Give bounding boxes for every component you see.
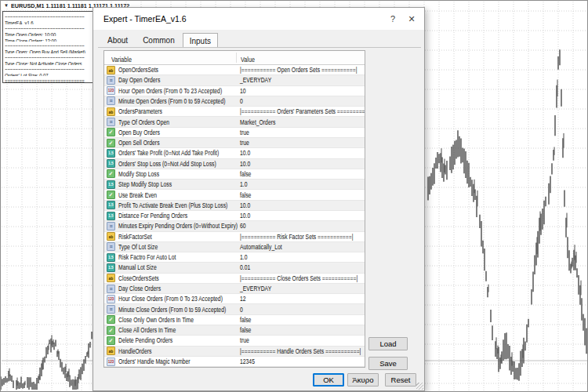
table-row[interactable]: ✓Open Buy Orderstrue (104, 128, 365, 138)
bool-type-icon: ✓ (107, 315, 115, 324)
enum-type-icon: ≡ (107, 305, 115, 314)
param-value[interactable]: |=========== Risk Factor Sets ==========… (240, 233, 354, 241)
table-row[interactable]: ✓Modify Stop Lossfalse (104, 169, 365, 180)
tab-inputs[interactable]: Inputs (183, 33, 218, 48)
param-name: Close Only Own Orders In Time (118, 316, 194, 324)
table-row[interactable]: 1.5Orders' Take Profit (0=Not Add Take P… (104, 148, 365, 158)
table-row[interactable]: 1.5Distance For Pending Orders10.0 (104, 211, 365, 221)
table-row[interactable]: ✓Use Break Evenfalse (104, 190, 365, 200)
param-value[interactable]: 1.0 (240, 253, 247, 261)
param-value[interactable]: 12 (240, 295, 246, 303)
table-row[interactable]: 1.5Step Modify Stop Loss1.0 (104, 180, 365, 190)
param-value[interactable]: _EVERYDAY (240, 285, 271, 292)
table-row[interactable]: ≡Day Open Orders_EVERYDAY (104, 75, 365, 85)
param-name: Modify Stop Loss (118, 170, 159, 178)
table-row[interactable]: abOrdersParameters|=========== Orders' P… (104, 107, 365, 117)
table-row[interactable]: ✓Open Sell Orderstrue (104, 138, 365, 148)
param-value[interactable]: Market_Orders (240, 118, 275, 126)
param-value[interactable]: 10.0 (240, 201, 250, 209)
column-header-variable: Variable (111, 56, 132, 64)
bool-type-icon: ✓ (107, 336, 115, 345)
reset-button[interactable]: Reset (385, 373, 416, 387)
inputs-table: Variable Value abOpenOrdersSets|========… (103, 50, 365, 368)
param-value[interactable]: false (240, 191, 251, 199)
param-value[interactable]: true (240, 139, 249, 147)
comment-line: ============================== (5, 76, 91, 82)
ok-button[interactable]: OK (313, 373, 344, 387)
int-type-icon: 123 (107, 358, 115, 366)
comment-line: Orders' Lot Size: 0.07 (5, 71, 91, 76)
param-name: Use Break Even (118, 191, 157, 199)
table-row[interactable]: 123Orders' Handle Magic Number12345 (104, 357, 365, 367)
table-row[interactable]: 123Hour Open Orders (From 0 To 23 Accept… (104, 86, 365, 96)
param-name: Risk Factro For Auto Lot (118, 253, 176, 261)
tab-about[interactable]: About (100, 33, 135, 47)
comment-line: Type Close: Not Activate Close Orders (5, 59, 91, 64)
cancel-button[interactable]: Άκυρο (347, 373, 379, 387)
table-row[interactable]: 1.5Profit To Activate Break Even (Plus S… (104, 201, 365, 211)
save-button[interactable]: Save (368, 357, 408, 370)
table-row[interactable]: ≡Day Close Orders_EVERYDAY (104, 284, 365, 294)
param-value[interactable]: _EVERYDAY (240, 76, 271, 84)
param-value[interactable]: 1.0 (240, 180, 247, 188)
resize-grip-icon[interactable] (416, 383, 423, 390)
help-icon[interactable]: ? (387, 13, 399, 25)
param-value[interactable]: 0 (240, 97, 243, 105)
param-value[interactable]: false (240, 170, 251, 178)
param-value[interactable]: |=========== Handle Orders Sets ========… (240, 347, 361, 355)
param-name: Type Of Orders Open (118, 118, 169, 126)
param-name: Type Of Lot Size (118, 243, 158, 251)
param-value[interactable]: |=========== Open Orders Sets ==========… (240, 66, 357, 74)
param-value[interactable]: |=========== Close Orders Sets =========… (240, 274, 358, 282)
param-value[interactable]: false (240, 316, 251, 324)
table-row[interactable]: ≡Minute Close Orders (From 0 to 59 Accep… (104, 304, 365, 314)
param-name: Hour Close Orders (From 0 To 23 Accepted… (118, 295, 223, 303)
param-name: Step Modify Stop Loss (118, 180, 172, 188)
bool-type-icon: ✓ (107, 139, 115, 147)
table-row[interactable]: ✓Delete Pending Orderstrue (104, 336, 365, 346)
double-type-icon: 1.5 (107, 159, 115, 168)
param-value[interactable]: 0.01 (240, 263, 250, 271)
param-value[interactable]: |=========== Orders' Parameters Sets ===… (240, 107, 365, 115)
table-row[interactable]: ✓Close Only Own Orders In Timefalse (104, 315, 365, 325)
close-icon[interactable]: ✕ (405, 13, 418, 25)
string-type-icon: ab (107, 66, 115, 74)
comment-line: ============================== (5, 53, 91, 59)
param-value[interactable]: Automatically_Lot (240, 243, 282, 251)
table-row[interactable]: abCloseOrdersSets|=========== Close Orde… (104, 274, 365, 284)
param-value[interactable]: true (240, 336, 249, 344)
comment-line: ============================== (5, 42, 91, 47)
param-value[interactable]: 10 (240, 87, 246, 95)
bool-type-icon: ✓ (107, 191, 115, 199)
param-value[interactable]: 60 (240, 222, 246, 230)
bool-type-icon: ✓ (107, 128, 115, 136)
table-row[interactable]: 1.5Orders' Stop Loss (0=Not Add Stop Los… (104, 159, 365, 169)
param-value[interactable]: 10.0 (240, 149, 250, 157)
int-type-icon: 123 (107, 295, 115, 303)
enum-type-icon: ≡ (107, 242, 115, 251)
table-row[interactable]: ≡Type Of Lot SizeAutomatically_Lot (104, 242, 365, 252)
param-value[interactable]: 10.0 (240, 160, 250, 168)
table-row[interactable]: ≡Minute Open Orders (From 0 to 59 Accept… (104, 96, 365, 107)
param-value[interactable]: 12345 (240, 358, 255, 365)
param-value[interactable]: 0 (240, 306, 243, 314)
param-name: Orders' Handle Magic Number (118, 358, 191, 365)
table-row[interactable]: abHandleOrders|=========== Handle Orders… (104, 347, 365, 357)
tab-common[interactable]: Common (136, 33, 182, 47)
table-row[interactable]: 1.5Manual Lot Size0.01 (104, 263, 365, 273)
param-name: Profit To Activate Break Even (Plus Stop… (118, 201, 227, 209)
table-row[interactable]: ✓Close All Orders In Timefalse (104, 325, 365, 336)
load-button[interactable]: Load (368, 337, 408, 350)
param-value[interactable]: false (240, 326, 251, 334)
param-value[interactable]: 10.0 (240, 212, 250, 220)
table-row[interactable]: abOpenOrdersSets|=========== Open Orders… (104, 65, 365, 75)
param-value[interactable]: true (240, 129, 249, 136)
table-row[interactable]: 123Hour Close Orders (From 0 To 23 Accep… (104, 294, 365, 304)
column-header-value: Value (241, 56, 255, 64)
table-row[interactable]: abRiskFactorSet|=========== Risk Factor … (104, 232, 365, 242)
enum-type-icon: ≡ (107, 285, 115, 293)
table-row[interactable]: 1.5Risk Factro For Auto Lot1.0 (104, 252, 365, 263)
chart-dropdown-icon[interactable]: ▼ (4, 3, 9, 8)
table-row[interactable]: ≡Minutes Expiry Pending Orders (0=Withou… (104, 221, 365, 231)
table-row[interactable]: ≡Type Of Orders OpenMarket_Orders (104, 117, 365, 127)
